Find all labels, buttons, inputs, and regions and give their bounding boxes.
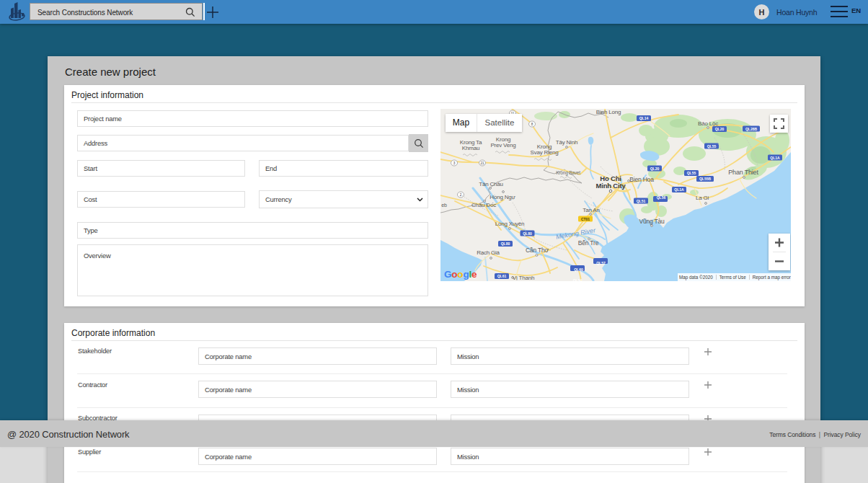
svg-text:QL1A: QL1A — [770, 156, 780, 160]
svg-text:3: 3 — [453, 161, 456, 165]
svg-text:QL61: QL61 — [497, 274, 507, 278]
svg-text:Khmau: Khmau — [462, 145, 479, 151]
svg-text:Bình Long: Bình Long — [596, 109, 621, 115]
svg-text:QL54: QL54 — [573, 278, 583, 282]
svg-text:QL20: QL20 — [650, 167, 660, 171]
svg-text:QL80: QL80 — [501, 241, 510, 246]
svg-text:Bảo Lộc: Bảo Lộc — [698, 120, 718, 127]
svg-text:Tân Châu: Tân Châu — [479, 181, 503, 187]
svg-text:Bến Tre: Bến Tre — [578, 239, 599, 247]
svg-text:QL55: QL55 — [707, 144, 717, 149]
svg-text:Phan Thiet: Phan Thiet — [728, 169, 758, 176]
svg-text:QL28B: QL28B — [745, 127, 758, 131]
svg-text:Vũng Tàu: Vũng Tàu — [639, 218, 665, 225]
svg-text:Tan An: Tan An — [583, 207, 599, 213]
svg-text:QL20: QL20 — [715, 127, 725, 131]
svg-text:Tây Ninh: Tây Ninh — [556, 139, 577, 146]
svg-text:Vị Thanh: Vị Thanh — [513, 275, 534, 281]
svg-text:CT01: CT01 — [581, 217, 590, 221]
svg-text:La Gi: La Gi — [696, 195, 709, 201]
svg-text:QL14: QL14 — [639, 116, 649, 120]
svg-text:8: 8 — [531, 123, 533, 126]
svg-text:Châu Đốc: Châu Đốc — [471, 202, 496, 208]
svg-text:eb: eb — [441, 203, 447, 208]
svg-text:QL1A: QL1A — [674, 187, 684, 192]
svg-text:QL55B: QL55B — [699, 177, 712, 181]
svg-text:Rạch Giá: Rạch Giá — [477, 249, 500, 256]
svg-text:Prev Veng: Prev Veng — [490, 142, 515, 149]
svg-text:Cần Thơ: Cần Thơ — [526, 247, 549, 254]
svg-text:Svay Rieng: Svay Rieng — [531, 149, 559, 156]
svg-text:Bien Hoa: Bien Hoa — [629, 176, 654, 183]
svg-text:Krong Bavet: Krong Bavet — [556, 170, 580, 176]
svg-text:21: 21 — [480, 161, 484, 165]
svg-text:Long Xuyên: Long Xuyên — [495, 221, 525, 227]
svg-text:QL57: QL57 — [596, 261, 606, 265]
svg-text:QL60: QL60 — [574, 267, 583, 272]
svg-text:Minh City: Minh City — [596, 182, 626, 190]
svg-text:QL51: QL51 — [637, 199, 646, 203]
svg-text:2: 2 — [460, 193, 462, 197]
svg-text:QL55: QL55 — [687, 171, 696, 175]
svg-text:Hồng Ngự: Hồng Ngự — [490, 194, 515, 200]
svg-text:QL80: QL80 — [523, 231, 532, 236]
svg-text:QL56: QL56 — [657, 195, 666, 200]
